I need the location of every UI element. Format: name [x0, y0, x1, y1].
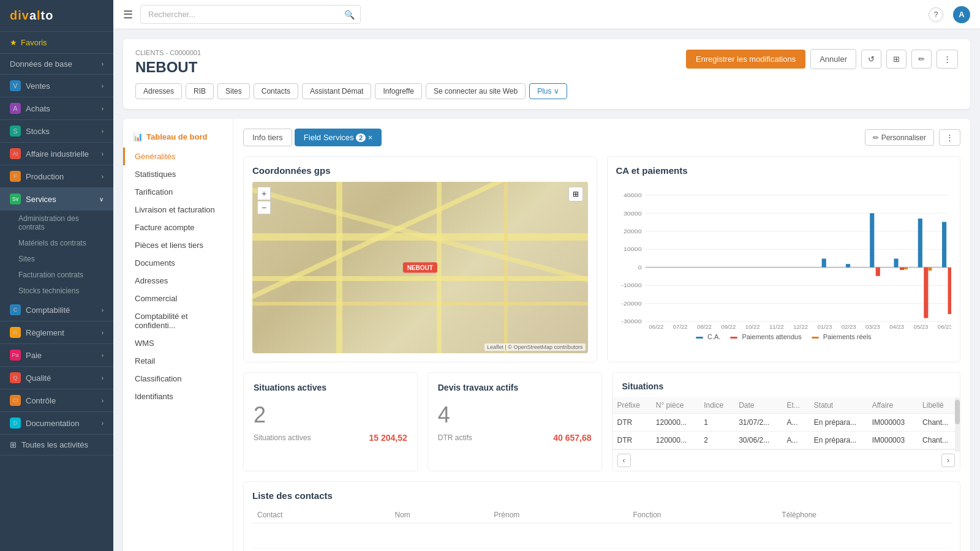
more-actions-button[interactable]: ⋮: [937, 50, 958, 69]
sidebar-item-ventes[interactable]: V Ventes ›: [0, 75, 113, 97]
sidebar-item-donnees-base[interactable]: Données de base ›: [0, 54, 113, 75]
nav-classification[interactable]: Classification: [123, 370, 233, 388]
tab-infogreffe[interactable]: Infogreffe: [375, 83, 421, 99]
history-button[interactable]: ↺: [861, 50, 881, 69]
tab-connect-web[interactable]: Se connecter au site Web: [426, 83, 526, 99]
svg-text:06/23: 06/23: [937, 324, 951, 329]
tab-contacts[interactable]: Contacts: [254, 83, 298, 99]
compta-icon: C: [10, 304, 21, 315]
sidebar-sub-facturation[interactable]: Facturation contrats: [0, 267, 113, 283]
sidebar-label: Comptabilité: [26, 305, 70, 315]
ventes-icon: V: [10, 80, 21, 91]
nav-pieces-liens[interactable]: Pièces et liens tiers: [123, 236, 233, 254]
table-row[interactable]: DTR 120000... 2 30/06/2... A... En prépa…: [612, 432, 960, 449]
sidebar-item-stocks[interactable]: S Stocks ›: [0, 120, 113, 143]
app-logo: divalto: [0, 0, 113, 32]
tab-actions: ✏ Personnaliser ⋮: [865, 129, 960, 146]
cell-prefix: DTR: [612, 414, 651, 432]
client-actions: Enregistrer les modifications Annuler ↺ …: [686, 49, 958, 69]
sidebar-sub-stocks-tech[interactable]: Stocks techniciens: [0, 283, 113, 299]
sidebar-item-achats[interactable]: A Achats ›: [0, 97, 113, 120]
sidebar-sub-admin-contrats[interactable]: Administration des contrats: [0, 211, 113, 235]
client-id: CLIENTS - C0000001: [135, 49, 201, 56]
contacts-col-contact: Contact: [252, 507, 390, 523]
cell-piece: 120000...: [651, 414, 699, 432]
zoom-out-button[interactable]: −: [257, 201, 271, 214]
nav-tarification[interactable]: Tarification: [123, 183, 233, 201]
dashboard-grid-bottom: Situations actives 2 Situations actives …: [243, 372, 960, 471]
nav-facture-acompte[interactable]: Facture acompte: [123, 219, 233, 236]
svg-text:12/22: 12/22: [793, 324, 808, 329]
nav-retail[interactable]: Retail: [123, 352, 233, 370]
achats-icon: A: [10, 103, 21, 114]
sidebar-item-comptabilite[interactable]: C Comptabilité ›: [0, 299, 113, 321]
edit-button[interactable]: ✏: [911, 50, 932, 69]
layout-button[interactable]: ⊞: [886, 50, 907, 69]
sidebar-sub-materiels[interactable]: Matériels ds contrats: [0, 235, 113, 251]
situations-actives-card: Situations actives 2 Situations actives …: [243, 372, 418, 471]
dashboard-more-button[interactable]: ⋮: [939, 129, 960, 146]
sidebar-sub-sites[interactable]: Sites: [0, 251, 113, 267]
nav-generalites[interactable]: Généralités: [123, 148, 233, 165]
favorites-item[interactable]: ★ Favoris: [0, 32, 113, 54]
tab-adresses[interactable]: Adresses: [135, 83, 182, 99]
sidebar-item-documentation[interactable]: D Documentation ›: [0, 412, 113, 435]
sidebar-item-reglement[interactable]: R Règlement ›: [0, 321, 113, 344]
sidebar-item-paie[interactable]: Pa Paie ›: [0, 344, 113, 367]
nav-identifiants[interactable]: Identifiants: [123, 388, 233, 405]
svg-rect-30: [821, 258, 826, 267]
star-icon: ★: [10, 38, 17, 47]
sidebar-item-production[interactable]: P Production ›: [0, 165, 113, 188]
map-layers-button[interactable]: ⊞: [568, 187, 583, 201]
scroll-track: [955, 397, 960, 452]
sit-next-button[interactable]: ›: [941, 454, 955, 467]
sidebar-item-all-activities[interactable]: ⊞ Toutes les activités: [0, 435, 113, 455]
search-input[interactable]: [140, 5, 361, 24]
table-row[interactable]: DTR 120000... 1 31/07/2... A... En prépa…: [612, 414, 960, 432]
cancel-button[interactable]: Annuler: [810, 49, 856, 69]
map-container[interactable]: NEBOUT + − ⊞ Leaflet | © OpenStreetMap c…: [252, 182, 588, 353]
sidebar-item-services[interactable]: Sv Services ∨: [0, 188, 113, 211]
nav-comptabilite[interactable]: Comptabilité et confidenti...: [123, 307, 233, 334]
sidebar-item-controle[interactable]: Ct Contrôle ›: [0, 389, 113, 412]
svg-text:11/22: 11/22: [769, 324, 783, 329]
hamburger-button[interactable]: ☰: [123, 8, 133, 21]
logo-rest: a: [29, 9, 37, 22]
tab-info-tiers[interactable]: Info tiers: [243, 129, 292, 146]
dashboard-icon: 📊: [133, 132, 143, 141]
chevron-right-icon: ›: [102, 329, 104, 336]
tab-rib[interactable]: RIB: [186, 83, 214, 99]
svg-text:07/22: 07/22: [673, 324, 687, 329]
zoom-in-button[interactable]: +: [257, 187, 271, 200]
tab-more[interactable]: Plus ∨: [529, 83, 567, 99]
sit-prev-button[interactable]: ‹: [617, 454, 631, 467]
search-icon[interactable]: 🔍: [344, 10, 355, 20]
cell-affaire: IM000003: [867, 432, 918, 449]
svg-text:40000: 40000: [623, 192, 641, 198]
nav-wms[interactable]: WMS: [123, 334, 233, 352]
sidebar-item-qualite[interactable]: Q Qualité ›: [0, 367, 113, 389]
contacts-col-fonction: Fonction: [628, 507, 777, 523]
help-button[interactable]: ?: [929, 7, 943, 22]
nav-statistiques[interactable]: Statistiques: [123, 165, 233, 183]
devis-actifs-count: 4: [438, 402, 592, 428]
tab-assistant[interactable]: Assistant Démat: [302, 83, 371, 99]
sidebar-label: Achats: [26, 104, 50, 113]
svg-rect-36: [875, 268, 880, 276]
scroll-thumb[interactable]: [955, 400, 960, 424]
save-button[interactable]: Enregistrer les modifications: [686, 50, 805, 69]
personaliser-button[interactable]: ✏ Personnaliser: [865, 129, 934, 146]
svg-text:-20000: -20000: [621, 300, 642, 307]
chevron-right-icon: ›: [102, 173, 104, 180]
sidebar-item-affaire[interactable]: AI Affaire industrielle ›: [0, 143, 113, 165]
nav-livraison[interactable]: Livraison et facturation: [123, 201, 233, 219]
favorites-label: Favoris: [21, 38, 47, 47]
devis-actifs-title: Devis travaux actifs: [438, 383, 592, 392]
user-avatar[interactable]: A: [953, 6, 970, 23]
nav-documents[interactable]: Documents: [123, 254, 233, 272]
tab-field-services[interactable]: Field Services 2 ×: [295, 129, 382, 146]
tab-sites[interactable]: Sites: [217, 83, 250, 99]
nav-commercial[interactable]: Commercial: [123, 290, 233, 307]
svg-text:20000: 20000: [623, 228, 641, 234]
nav-adresses[interactable]: Adresses: [123, 272, 233, 290]
